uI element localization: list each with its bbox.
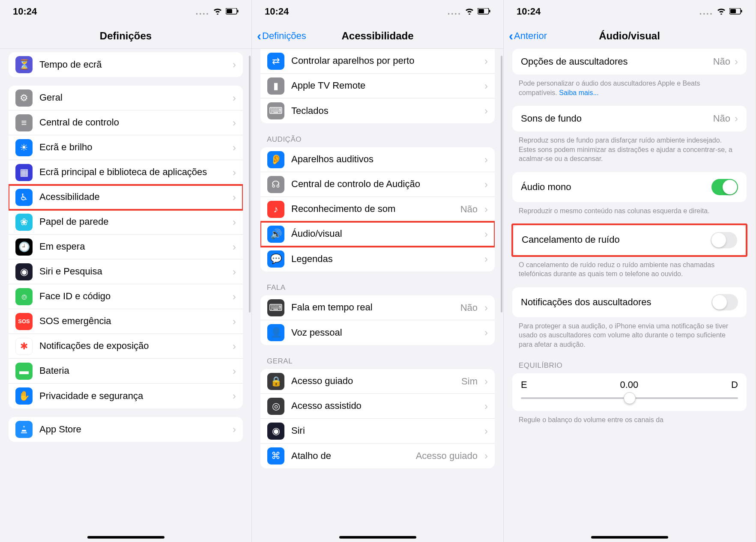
row-central-de-controlo[interactable]: ≡Central de controlo› [9,110,243,135]
row-notificacoes-de-exposicao[interactable]: ✱Notificações de exposição› [9,334,243,359]
footer-headphone: Pode personalizar o áudio dos auscultado… [504,74,755,97]
svg-rect-7 [730,9,736,13]
row-label: Sons de fundo [521,113,713,124]
row-em-espera[interactable]: 🕘Em espera› [9,235,243,259]
battery-icon [478,6,490,17]
row-headphone-notifications[interactable]: Notificações dos auscultadores [512,287,747,317]
row-label: Apple TV Remote [291,80,478,91]
row-label: Fala em tempo real [291,302,454,313]
row-reconhecimento-de-som[interactable]: ♪Reconhecimento de somNão› [260,197,495,222]
row-mono-audio[interactable]: Áudio mono [512,172,747,202]
row-voz-pessoal[interactable]: 👤Voz pessoal› [260,320,495,345]
back-button[interactable]: ‹ Anterior [509,30,547,42]
chevron-right-icon: › [484,253,488,265]
section-header-general: Geral [252,354,503,369]
audiovisual-content[interactable]: Opções de auscultadores Não › Pode perso… [504,49,755,542]
row-label: Face ID e código [39,291,226,302]
row-headphone-options[interactable]: Opções de auscultadores Não › [512,49,747,74]
chevron-left-icon: ‹ [509,30,513,42]
back-button[interactable]: ‹ Definições [257,30,306,42]
chevron-right-icon: › [484,400,488,412]
row-label: SOS emergência [39,316,226,327]
row-acessibilidade[interactable]: ♿︎Acessibilidade› [9,185,243,210]
chevron-right-icon: › [484,375,488,387]
row-central-de-controlo-de-audicao[interactable]: ☊Central de controlo de Audição› [260,172,495,197]
chevron-right-icon: › [484,425,488,437]
row-label: Papel de parede [39,216,226,227]
row-teclados[interactable]: ⌨︎Teclados› [260,98,495,123]
row-label: Legendas [291,253,478,265]
battery-icon [729,6,742,17]
row-ecra-e-brilho[interactable]: ☀︎Ecrã e brilho› [9,135,243,160]
chevron-right-icon: › [484,203,488,215]
chevron-right-icon: › [484,302,488,314]
flower-icon: ❀ [15,214,33,231]
row-face-id-e-codigo[interactable]: ⌾Face ID e código› [9,284,243,309]
row-fala-em-tempo-real[interactable]: ⌨︎Fala em tempo realNão› [260,295,495,320]
toggle-noise-cancel[interactable] [711,232,737,248]
hearing-cc-icon: ☊ [267,176,284,193]
row-label: Áudio mono [521,182,711,193]
devices-icon: ⇄ [267,53,284,70]
chevron-right-icon: › [233,241,236,253]
section-header-speech: Fala [252,280,503,295]
highlight-noise-cancel: Cancelamento de ruído [511,223,747,257]
sos-icon: SOS [15,313,33,330]
row-bateria[interactable]: ▬Bateria› [9,359,243,384]
chevron-right-icon: › [233,291,236,303]
brightness-icon: ☀︎ [15,139,33,156]
home-indicator[interactable] [87,536,164,539]
home-indicator[interactable] [591,536,668,539]
row-apple-tv-remote[interactable]: ▮Apple TV Remote› [260,74,495,98]
row-controlar-aparelhos-por-perto[interactable]: ⇄Controlar aparelhos por perto› [260,49,495,74]
row-label: Áudio/visual [291,228,478,239]
personal-voice-icon: 👤 [267,324,284,341]
scrollbar[interactable] [249,56,251,313]
nav-title: Definições [100,30,152,42]
chevron-right-icon: › [484,327,488,339]
svg-rect-1 [227,9,232,13]
row-papel-de-parede[interactable]: ❀Papel de parede› [9,210,243,235]
toggle-mono-audio[interactable] [711,179,738,195]
chevron-right-icon: › [233,142,236,154]
nav-title: Acessibilidade [341,30,413,42]
status-bar: 10:24 .... [252,0,503,23]
back-label: Anterior [514,30,547,42]
row-aparelhos-auditivos[interactable]: 👂Aparelhos auditivos› [260,147,495,172]
row-label: Cancelamento de ruído [522,234,711,245]
row-siri[interactable]: ◉Siri› [260,419,495,444]
row-geral[interactable]: ⚙︎Geral› [9,86,243,110]
row-label: Reconhecimento de som [291,203,454,214]
row-sos-emergencia[interactable]: SOSSOS emergência› [9,309,243,334]
chevron-right-icon: › [233,216,236,228]
row-app-store[interactable]: App Store › [9,417,243,442]
slider-thumb[interactable] [624,392,636,404]
row-background-sounds[interactable]: Sons de fundo Não › [512,106,747,131]
row-atalho-de[interactable]: ⌘Atalho deAcesso guiado› [260,444,495,468]
row-acesso-guiado[interactable]: 🔒Acesso guiadoSim› [260,369,495,394]
home-indicator[interactable] [339,536,416,539]
scrollbar[interactable] [501,56,502,313]
row-ecra-principal-e-biblioteca-de-aplicacoe[interactable]: ▦Ecrã principal e biblioteca de aplicaçõ… [9,160,243,185]
clock-icon: 🕘 [15,238,33,256]
slider-track[interactable] [521,397,738,399]
balance-slider[interactable]: E 0.00 D [512,373,747,411]
audiovisual-icon: 🔊 [267,226,284,243]
row-noise-cancel[interactable]: Cancelamento de ruído [513,225,746,255]
row-acesso-assistido[interactable]: ◎Acesso assistido› [260,394,495,419]
row-privacidade-e-seguranca[interactable]: ✋Privacidade e segurança› [9,384,243,408]
nav-title: Áudio/visual [599,30,660,42]
row-legendas[interactable]: 💬Legendas› [260,247,495,271]
toggle-headphone-notifications[interactable] [711,294,738,310]
status-bar: 10:24 .... [0,0,251,23]
learn-more-link[interactable]: Saiba mais... [559,89,598,96]
captions-icon: 💬 [267,250,284,268]
accessibility-content[interactable]: ⇄Controlar aparelhos por perto›▮Apple TV… [252,49,503,542]
row-screen-time[interactable]: ⏳ Tempo de ecrã › [9,52,243,77]
row-value: Acesso guiado [416,450,478,462]
status-time: 10:24 [517,6,541,17]
settings-content[interactable]: ⏳ Tempo de ecrã › ⚙︎Geral›≡Central de co… [0,49,251,542]
row-audiovisual[interactable]: 🔊Áudio/visual› [260,222,495,247]
live-speech-icon: ⌨︎ [267,299,284,316]
row-siri-e-pesquisa[interactable]: ◉Siri e Pesquisa› [9,259,243,284]
